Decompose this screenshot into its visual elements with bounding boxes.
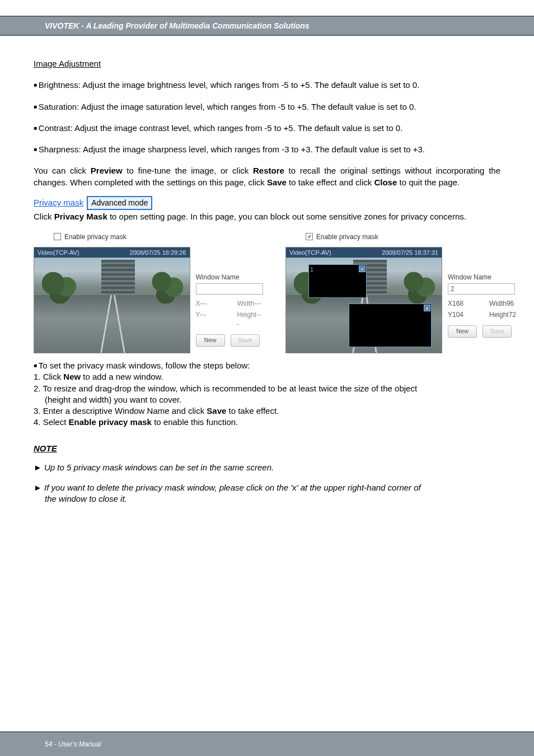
- step-3: 3. Enter a descriptive Window Name and c…: [34, 405, 500, 417]
- video-title-bar-left: Video(TCP-AV) 2008/07/25 18:29:26: [34, 248, 190, 258]
- mask-window-2[interactable]: ×: [349, 304, 432, 347]
- enable-mask-checkbox-right[interactable]: ✔: [306, 233, 313, 240]
- privacy-mask-title-row: Privacy mask Advanced mode: [34, 196, 500, 210]
- mask-2-close-icon[interactable]: ×: [424, 305, 430, 311]
- video-title-bar-right: Video(TCP-AV) 2008/07/25 18:37:31: [286, 248, 442, 258]
- y-label-right: Y104: [448, 310, 474, 319]
- mask-1-close-icon[interactable]: ×: [359, 265, 366, 272]
- page-footer: 54 - User's Manual: [0, 731, 534, 756]
- bullet-saturation: Saturation: Adjust the image saturation …: [34, 101, 500, 113]
- x-label-left: X---: [196, 299, 222, 308]
- privacy-mask-intro: Click Privacy Mask to open setting page.…: [34, 211, 500, 222]
- mask-window-1[interactable]: 1 ×: [308, 264, 367, 298]
- mask-1-number: 1: [310, 265, 313, 274]
- save-button-right[interactable]: Save: [483, 325, 512, 338]
- window-name-input-right[interactable]: [448, 283, 515, 295]
- video-preview-left[interactable]: Video(TCP-AV) 2008/07/25 18:29:26: [34, 247, 190, 353]
- window-name-label-left: Window Name: [196, 273, 263, 282]
- header-brand: VIVOTEK - A Leading Provider of Multimed…: [45, 21, 310, 30]
- save-button-left[interactable]: Save: [231, 334, 260, 347]
- window-name-label-right: Window Name: [448, 273, 516, 282]
- header-band: VIVOTEK - A Leading Provider of Multimed…: [0, 16, 534, 36]
- step-4: 4. Select Enable privacy mask to enable …: [34, 417, 500, 428]
- video-title-right-text: Video(TCP-AV): [289, 249, 331, 257]
- width-label-left: Width---: [237, 299, 263, 308]
- controls-right: Window Name X168 Width96 Y104 Height72 N…: [448, 247, 516, 338]
- screenshots-row: Enable privacy mask Video(TCP-AV) 2008/0…: [34, 230, 500, 353]
- advanced-mode-badge: Advanced mode: [87, 196, 152, 210]
- screenshot-left: Enable privacy mask Video(TCP-AV) 2008/0…: [34, 230, 263, 353]
- note-2: ► If you want to delete the privacy mask…: [34, 482, 500, 493]
- step-2: 2. To resize and drag-drop the window, w…: [34, 383, 500, 394]
- x-label-right: X168: [448, 299, 474, 308]
- video-preview-right[interactable]: Video(TCP-AV) 2008/07/25 18:37:31 1 × ×: [285, 247, 442, 353]
- window-name-input-left[interactable]: [196, 283, 263, 295]
- enable-mask-checkbox-left[interactable]: [54, 233, 61, 240]
- enable-mask-label-left: Enable privacy mask: [64, 232, 127, 241]
- footer-text: 54 - User's Manual: [45, 740, 101, 748]
- page-content: Image Adjustment Brightness: Adjust the …: [0, 36, 534, 505]
- step-2b: (height and width) you want to cover.: [45, 394, 500, 405]
- enable-mask-row-left: Enable privacy mask: [54, 232, 263, 241]
- steps-lead: To set the privacy mask windows, follow …: [34, 360, 500, 371]
- step-1: 1. Click New to add a new window.: [34, 371, 500, 382]
- note-2b: the window to close it.: [45, 493, 500, 505]
- image-adjustment-heading: Image Adjustment: [34, 58, 101, 69]
- video-timestamp-left: 2008/07/25 18:29:26: [130, 249, 186, 257]
- video-timestamp-right: 2008/07/25 18:37:31: [382, 249, 438, 257]
- steps-block: To set the privacy mask windows, follow …: [34, 360, 500, 428]
- enable-mask-label-right: Enable privacy mask: [316, 232, 378, 241]
- new-button-right[interactable]: New: [448, 325, 477, 338]
- y-label-left: Y---: [196, 310, 222, 328]
- width-label-right: Width96: [489, 299, 515, 308]
- note-heading: NOTE: [34, 443, 500, 454]
- screenshot-right: ✔ Enable privacy mask Video(TCP-AV) 2008…: [285, 230, 516, 353]
- bullet-brightness: Brightness: Adjust the image brightness …: [34, 80, 500, 91]
- bullet-contrast: Contrast: Adjust the image contrast leve…: [34, 123, 500, 134]
- height-label-right: Height72: [489, 310, 516, 319]
- controls-left: Window Name X--- Width--- Y--- Height---…: [196, 247, 263, 347]
- bullet-sharpness: Sharpness: Adjust the image sharpness le…: [34, 144, 500, 155]
- video-title-left-text: Video(TCP-AV): [38, 249, 79, 257]
- height-label-left: Height---: [237, 310, 263, 328]
- enable-mask-row-right: ✔ Enable privacy mask: [306, 232, 516, 241]
- image-adjustment-paragraph: You can click Preview to fine-tune the i…: [34, 165, 500, 188]
- privacy-mask-link[interactable]: Privacy mask: [34, 197, 83, 208]
- new-button-left[interactable]: New: [196, 334, 225, 347]
- note-1: ► Up to 5 privacy mask windows can be se…: [34, 462, 500, 473]
